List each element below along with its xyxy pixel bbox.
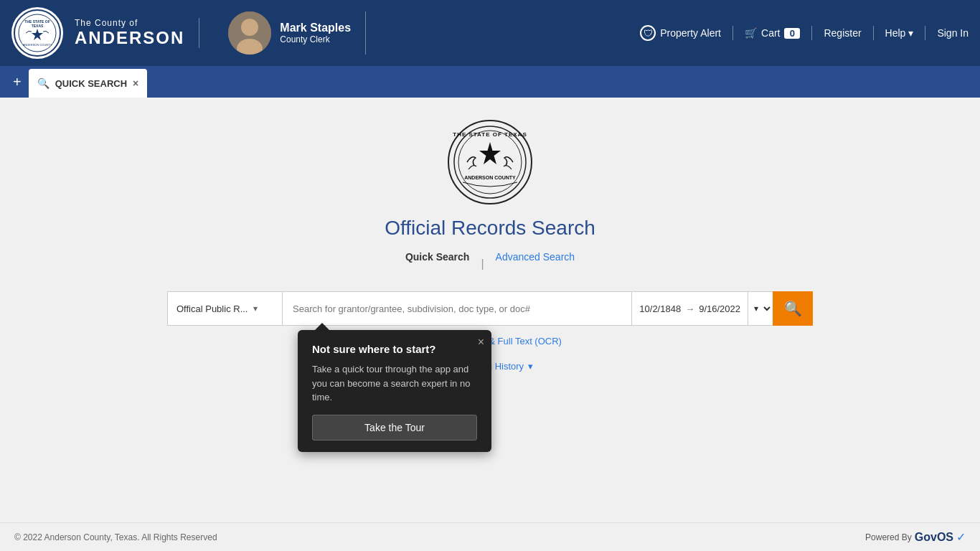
date-from: 10/2/1848 — [639, 303, 681, 314]
search-type-label: Offical Public R... — [176, 303, 248, 314]
county-name: ANDERSON — [75, 28, 184, 48]
county-name-block: The County of ANDERSON — [75, 18, 199, 48]
cart-icon: 🛒 — [745, 27, 757, 39]
svg-point-11 — [458, 131, 522, 194]
advanced-search-link[interactable]: Advanced Search — [496, 251, 575, 263]
footer: © 2022 Anderson County, Texas. All Right… — [0, 522, 980, 551]
sign-in-link[interactable]: Sign In — [937, 27, 969, 39]
nav-separator-1 — [732, 26, 733, 40]
register-label: Register — [824, 27, 861, 39]
govos-checkmark-icon: ✓ — [956, 530, 966, 544]
page-title: Official Records Search — [385, 217, 595, 240]
search-nav: Quick Search | Advanced Search — [405, 251, 575, 277]
take-tour-button[interactable]: Take the Tour — [312, 415, 477, 441]
header-left: THE STATE OF TEXAS ANDERSON COUNTY The C… — [11, 7, 366, 59]
close-tab-icon[interactable]: × — [133, 77, 138, 89]
property-alert-link[interactable]: 🛡 Property Alert — [640, 25, 721, 41]
tooltip-popup: × Not sure where to start? Take a quick … — [298, 330, 491, 452]
history-chevron-icon: ▾ — [528, 361, 533, 372]
nav-separator-2 — [811, 26, 812, 40]
search-button[interactable]: 🔍 — [773, 291, 813, 326]
main-seal: THE STATE OF TEXAS ANDERSON COUNTY — [447, 119, 533, 205]
tooltip-close-button[interactable]: × — [478, 336, 484, 349]
govos-brand-text: GovOS — [915, 531, 953, 544]
clerk-photo — [228, 11, 271, 55]
search-type-chevron-icon: ▾ — [253, 303, 258, 314]
tab-label: QUICK SEARCH — [55, 78, 127, 89]
main-content: THE STATE OF TEXAS ANDERSON COUNTY Offic… — [0, 98, 980, 522]
header: THE STATE OF TEXAS ANDERSON COUNTY The C… — [0, 0, 980, 66]
clerk-block: Mark Staples County Clerk — [214, 11, 366, 55]
svg-text:ANDERSON COUNTY: ANDERSON COUNTY — [23, 43, 52, 47]
quick-search-link[interactable]: Quick Search — [405, 251, 470, 263]
copyright-text: © 2022 Anderson County, Texas. All Right… — [14, 532, 217, 542]
help-button[interactable]: Help ▾ — [885, 27, 914, 39]
register-link[interactable]: Register — [824, 27, 861, 39]
svg-point-7 — [241, 19, 258, 36]
svg-text:THE STATE OF TEXAS: THE STATE OF TEXAS — [453, 131, 527, 138]
cart-badge: 0 — [784, 28, 800, 39]
search-button-icon: 🔍 — [784, 300, 802, 317]
cart-label: Cart — [761, 27, 780, 39]
clerk-info: Mark Staples County Clerk — [280, 22, 351, 44]
date-to: 9/16/2022 — [699, 303, 740, 314]
search-tab-icon: 🔍 — [37, 77, 50, 89]
property-alert-label: Property Alert — [660, 27, 721, 39]
svg-marker-13 — [479, 142, 501, 164]
header-right: 🛡 Property Alert 🛒 Cart 0 Register Help … — [640, 25, 969, 41]
property-alert-icon: 🛡 — [640, 25, 656, 41]
quick-search-tab[interactable]: 🔍 QUICK SEARCH × — [29, 69, 148, 98]
tooltip-title: Not sure where to start? — [312, 343, 477, 355]
search-type-dropdown[interactable]: Offical Public R... ▾ — [167, 291, 282, 326]
tab-bar: + 🔍 QUICK SEARCH × — [0, 66, 980, 98]
add-tab-button[interactable]: + — [6, 66, 29, 98]
nav-divider: | — [481, 258, 484, 270]
help-chevron-icon: ▾ — [908, 27, 913, 39]
date-dropdown[interactable]: ▾ — [748, 291, 773, 326]
county-seal: THE STATE OF TEXAS ANDERSON COUNTY — [11, 7, 63, 59]
svg-text:TEXAS: TEXAS — [32, 24, 44, 28]
county-of-label: The County of — [75, 18, 184, 28]
date-arrow-icon: → — [685, 303, 694, 314]
nav-separator-3 — [873, 26, 874, 40]
svg-marker-4 — [32, 29, 43, 40]
sign-in-label: Sign In — [937, 27, 969, 39]
search-input[interactable] — [282, 291, 631, 326]
cart-link[interactable]: 🛒 Cart 0 — [745, 27, 800, 39]
govos-logo: Powered By GovOS✓ — [865, 530, 966, 544]
powered-by-label: Powered By — [865, 532, 912, 542]
clerk-name: Mark Staples — [280, 22, 351, 34]
search-row: Offical Public R... ▾ 10/2/1848 → 9/16/2… — [167, 291, 813, 326]
nav-separator-4 — [925, 26, 925, 40]
tooltip-body: Take a quick tour through the app and yo… — [312, 362, 477, 405]
svg-text:ANDERSON COUNTY: ANDERSON COUNTY — [464, 175, 516, 180]
tooltip-arrow — [315, 323, 329, 330]
date-range-display: 10/2/1848 → 9/16/2022 — [631, 291, 748, 326]
clerk-title: County Clerk — [280, 34, 351, 44]
help-label: Help — [885, 27, 906, 39]
